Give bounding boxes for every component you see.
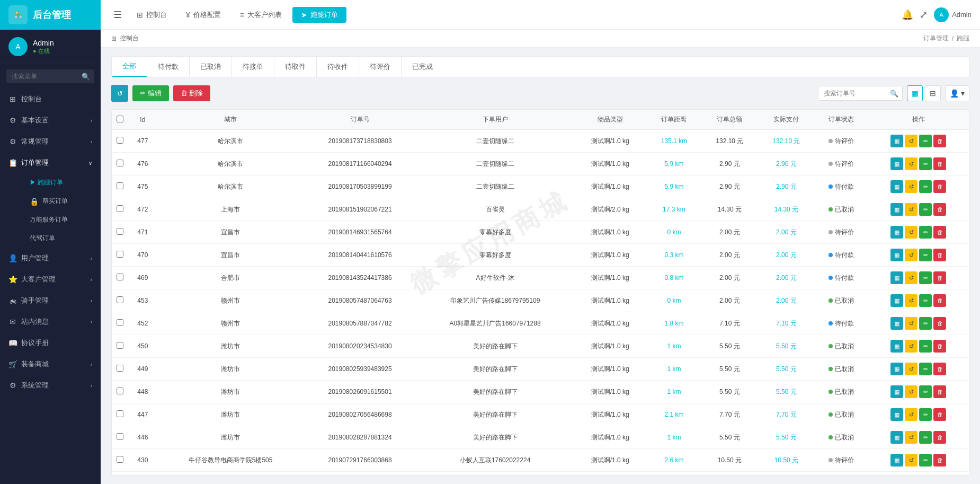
action-edit-button[interactable]: ✏: [919, 294, 932, 307]
sidebar-item-user[interactable]: 👤 用户管理 ›: [0, 248, 101, 269]
detail-button[interactable]: ▦: [890, 363, 903, 375]
action-delete-button[interactable]: 🗑: [933, 157, 946, 170]
sidebar-item-protocol[interactable]: 📖 协议手册: [0, 332, 101, 354]
topbar-tab-price[interactable]: ¥ 价格配置: [177, 7, 229, 23]
tab-pending-accept[interactable]: 待接单: [232, 57, 274, 77]
row-checkbox[interactable]: [117, 182, 123, 189]
action-edit-button[interactable]: ✏: [919, 385, 932, 398]
action-edit-button[interactable]: ✏: [919, 454, 932, 467]
detail-button[interactable]: ▦: [890, 271, 903, 284]
action-refresh-button[interactable]: ↺: [905, 249, 917, 261]
action-refresh-button[interactable]: ↺: [905, 454, 917, 467]
action-edit-button[interactable]: ✏: [919, 226, 932, 239]
detail-button[interactable]: ▦: [890, 454, 903, 467]
row-checkbox[interactable]: [117, 433, 123, 440]
tab-pending-pickup[interactable]: 待取件: [274, 57, 317, 77]
row-checkbox[interactable]: [117, 296, 123, 303]
tab-pending-pay[interactable]: 待付款: [147, 57, 190, 77]
detail-button[interactable]: ▦: [890, 340, 903, 353]
detail-button[interactable]: ▦: [890, 431, 903, 444]
action-refresh-button[interactable]: ↺: [905, 408, 917, 421]
action-edit-button[interactable]: ✏: [919, 363, 932, 375]
action-refresh-button[interactable]: ↺: [905, 294, 917, 307]
detail-button[interactable]: ▦: [890, 203, 903, 216]
action-delete-button[interactable]: 🗑: [933, 454, 946, 467]
hamburger-icon[interactable]: ☰: [109, 9, 126, 21]
row-checkbox[interactable]: [117, 205, 123, 212]
sidebar-item-rider[interactable]: 🏍 骑手管理 ›: [0, 290, 101, 311]
sidebar-item-dashboard[interactable]: ⊞ 控制台: [0, 89, 101, 110]
sidebar-item-general[interactable]: ⚙ 常规管理 ›: [0, 131, 101, 152]
sidebar-item-basic[interactable]: ⚙ 基本设置 ›: [0, 110, 101, 131]
row-checkbox[interactable]: [117, 365, 123, 372]
detail-button[interactable]: ▦: [890, 385, 903, 398]
detail-button[interactable]: ▦: [890, 408, 903, 421]
topbar-tab-running[interactable]: ➤ 跑腿订单: [292, 7, 346, 23]
sidebar-item-site-msg[interactable]: ✉ 站内消息 ›: [0, 311, 101, 332]
action-refresh-button[interactable]: ↺: [905, 363, 917, 375]
sidebar-item-equipment[interactable]: 🛒 装备商城 ›: [0, 354, 101, 375]
sidebar-item-vip[interactable]: ⭐ 大客户管理 ›: [0, 269, 101, 290]
delete-button[interactable]: 🗑 删除: [173, 85, 211, 101]
action-delete-button[interactable]: 🗑: [933, 203, 946, 216]
detail-button[interactable]: ▦: [890, 180, 903, 193]
action-delete-button[interactable]: 🗑: [933, 317, 946, 330]
tab-completed[interactable]: 已完成: [402, 57, 443, 77]
sidebar-item-universal-order[interactable]: 万能服务订单: [21, 210, 101, 229]
edit-button[interactable]: ✏ 编辑: [132, 85, 169, 101]
action-edit-button[interactable]: ✏: [919, 271, 932, 284]
action-delete-button[interactable]: 🗑: [933, 408, 946, 421]
action-refresh-button[interactable]: ↺: [905, 385, 917, 398]
action-edit-button[interactable]: ✏: [919, 408, 932, 421]
bell-icon[interactable]: 🔔: [902, 9, 913, 21]
tab-cancelled[interactable]: 已取消: [190, 57, 232, 77]
grid-view-button[interactable]: ⊟: [925, 85, 941, 101]
action-refresh-button[interactable]: ↺: [905, 271, 917, 284]
action-refresh-button[interactable]: ↺: [905, 340, 917, 353]
action-edit-button[interactable]: ✏: [919, 135, 932, 147]
action-refresh-button[interactable]: ↺: [905, 431, 917, 444]
sidebar-item-order[interactable]: 📋 订单管理 ∨: [0, 152, 101, 173]
sidebar-item-running-order[interactable]: ▶ 跑腿订单: [21, 173, 101, 192]
row-checkbox[interactable]: [117, 456, 123, 463]
fullscreen-icon[interactable]: ⤢: [920, 9, 928, 21]
action-delete-button[interactable]: 🗑: [933, 271, 946, 284]
topbar-tab-vip-list[interactable]: ≡ 大客户列表: [231, 7, 290, 23]
action-refresh-button[interactable]: ↺: [905, 203, 917, 216]
action-delete-button[interactable]: 🗑: [933, 385, 946, 398]
detail-button[interactable]: ▦: [890, 249, 903, 261]
tab-pending-review[interactable]: 待评价: [359, 57, 402, 77]
action-delete-button[interactable]: 🗑: [933, 294, 946, 307]
row-checkbox[interactable]: [117, 342, 123, 349]
action-edit-button[interactable]: ✏: [919, 180, 932, 193]
action-delete-button[interactable]: 🗑: [933, 340, 946, 353]
action-refresh-button[interactable]: ↺: [905, 317, 917, 330]
action-refresh-button[interactable]: ↺: [905, 135, 917, 147]
row-checkbox[interactable]: [117, 228, 123, 235]
row-checkbox[interactable]: [117, 251, 123, 258]
admin-menu[interactable]: A Admin: [934, 7, 972, 22]
sidebar-item-proxy-order[interactable]: 代驾订单: [21, 229, 101, 248]
action-delete-button[interactable]: 🗑: [933, 135, 946, 147]
row-checkbox[interactable]: [117, 160, 123, 166]
refresh-button[interactable]: ↺: [111, 85, 128, 102]
detail-button[interactable]: ▦: [890, 226, 903, 239]
tab-pending-receive[interactable]: 待收件: [317, 57, 359, 77]
action-delete-button[interactable]: 🗑: [933, 249, 946, 261]
sidebar-item-purchase-order[interactable]: 🔒 帮买订单: [21, 192, 101, 210]
action-edit-button[interactable]: ✏: [919, 249, 932, 261]
tab-all[interactable]: 全部: [112, 57, 147, 77]
action-edit-button[interactable]: ✏: [919, 317, 932, 330]
action-edit-button[interactable]: ✏: [919, 157, 932, 170]
table-view-button[interactable]: ▦: [907, 85, 923, 101]
action-delete-button[interactable]: 🗑: [933, 180, 946, 193]
row-checkbox[interactable]: [117, 319, 123, 326]
action-refresh-button[interactable]: ↺: [905, 157, 917, 170]
action-refresh-button[interactable]: ↺: [905, 226, 917, 239]
detail-button[interactable]: ▦: [890, 317, 903, 330]
export-button[interactable]: 👤 ▾: [945, 85, 969, 101]
row-checkbox[interactable]: [117, 274, 123, 280]
row-checkbox[interactable]: [117, 410, 123, 417]
row-checkbox[interactable]: [117, 137, 123, 144]
detail-button[interactable]: ▦: [890, 157, 903, 170]
